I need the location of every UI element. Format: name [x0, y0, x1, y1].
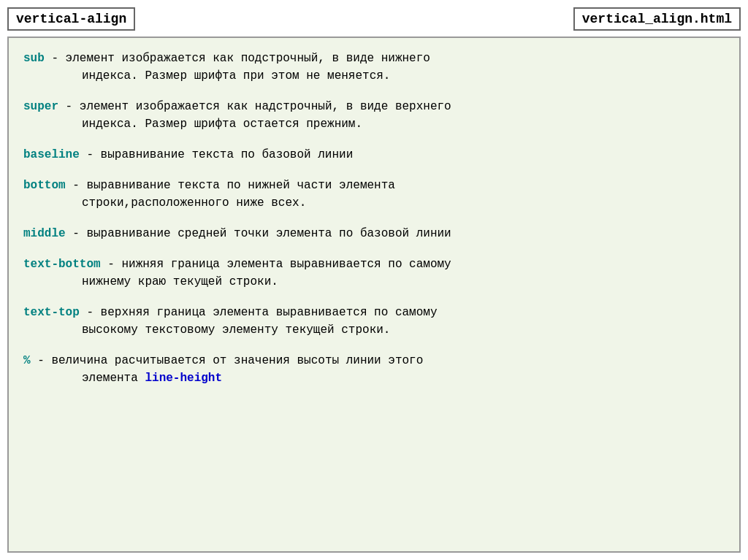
entry-bottom-line2: строки,расположенного ниже всех. [23, 194, 725, 212]
entry-text-top-line1: - верхняя граница элемента выравнивается… [80, 306, 438, 319]
entry-text-top: text-top - верхняя граница элемента выра… [23, 304, 725, 339]
entry-sub: sub - элемент изображается как подстрочн… [23, 50, 725, 85]
entry-sub-line1: - элемент изображается как подстрочный, … [45, 52, 430, 65]
entry-middle: middle - выравнивание средней точки элем… [23, 225, 725, 242]
entry-percent-line2-prefix: элемента [82, 372, 145, 385]
keyword-line-height: line-height [145, 372, 222, 385]
entry-baseline: baseline - выравнивание текста по базово… [23, 146, 725, 164]
entry-text-bottom-line2: нижнему краю текущей строки. [23, 273, 725, 291]
keyword-sub: sub [23, 52, 45, 65]
keyword-bottom: bottom [23, 179, 66, 192]
entry-super: super - элемент изображается как надстро… [23, 98, 725, 133]
header: vertical-align vertical_align.html [7, 7, 741, 31]
main-content: sub - элемент изображается как подстрочн… [7, 37, 741, 553]
entry-text-bottom: text-bottom - нижняя граница элемента вы… [23, 256, 725, 291]
entry-middle-line1: - выравнивание средней точки элемента по… [66, 227, 451, 240]
title-right: vertical_align.html [573, 7, 741, 31]
keyword-percent: % [23, 354, 31, 367]
entry-super-line1: - элемент изображается как надстрочный, … [58, 100, 451, 113]
keyword-middle: middle [23, 227, 66, 240]
keyword-text-top: text-top [23, 306, 80, 319]
entry-text-top-line2: высокому текстовому элементу текущей стр… [23, 321, 725, 339]
entry-sub-line2: индекса. Размер шрифта при этом не меняе… [23, 67, 725, 85]
entry-super-line2: индекса. Размер шрифта остается прежним. [23, 115, 725, 133]
entry-percent-line2: элемента line-height [23, 369, 725, 387]
entry-bottom: bottom - выравнивание текста по нижней ч… [23, 177, 725, 212]
entry-text-bottom-line1: - нижняя граница элемента выравнивается … [101, 258, 451, 271]
entry-percent-line1: - величина расчитывается от значения выс… [31, 354, 424, 367]
entry-bottom-line1: - выравнивание текста по нижней части эл… [66, 179, 395, 192]
keyword-super: super [23, 100, 58, 113]
keyword-baseline: baseline [23, 148, 80, 161]
entry-percent: % - величина расчитывается от значения в… [23, 352, 725, 387]
entry-baseline-line1: - выравнивание текста по базовой линии [80, 148, 353, 161]
keyword-text-bottom: text-bottom [23, 258, 101, 271]
title-left: vertical-align [7, 7, 135, 31]
